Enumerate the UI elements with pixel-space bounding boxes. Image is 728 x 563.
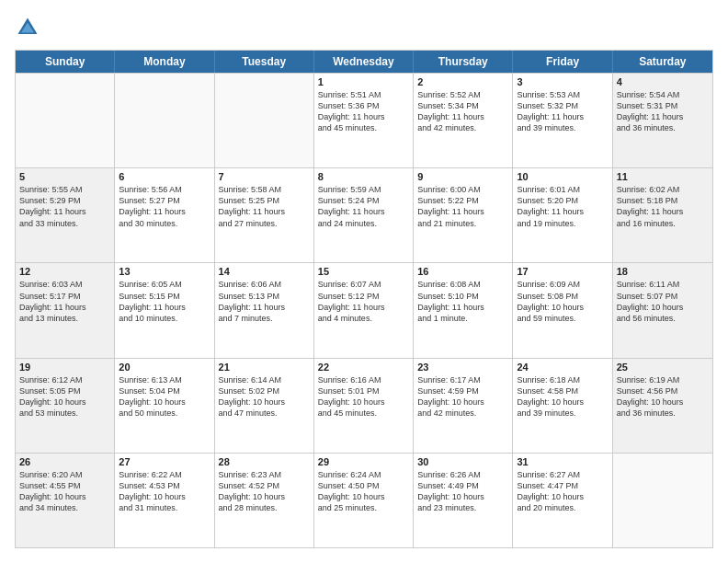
calendar-cell: 15Sunrise: 6:07 AM Sunset: 5:12 PM Dayli…	[314, 263, 414, 357]
calendar-cell: 2Sunrise: 5:52 AM Sunset: 5:34 PM Daylig…	[414, 74, 513, 167]
cell-info: Sunrise: 6:13 AM Sunset: 5:04 PM Dayligh…	[119, 374, 210, 419]
calendar-cell: 31Sunrise: 6:27 AM Sunset: 4:47 PM Dayli…	[513, 454, 612, 547]
calendar-cell: 19Sunrise: 6:12 AM Sunset: 5:05 PM Dayli…	[16, 359, 115, 453]
day-number: 9	[417, 171, 508, 182]
calendar-cell: 10Sunrise: 6:01 AM Sunset: 5:20 PM Dayli…	[513, 168, 612, 262]
calendar-cell: 24Sunrise: 6:18 AM Sunset: 4:58 PM Dayli…	[513, 359, 612, 453]
day-number: 28	[219, 456, 310, 467]
logo-icon	[15, 15, 40, 40]
cell-info: Sunrise: 6:01 AM Sunset: 5:20 PM Dayligh…	[517, 184, 608, 229]
calendar-cell: 8Sunrise: 5:59 AM Sunset: 5:24 PM Daylig…	[314, 168, 414, 262]
day-number: 26	[19, 456, 110, 467]
calendar-row: 19Sunrise: 6:12 AM Sunset: 5:05 PM Dayli…	[16, 358, 712, 453]
cell-info: Sunrise: 5:53 AM Sunset: 5:32 PM Dayligh…	[517, 89, 608, 134]
day-number: 29	[318, 456, 409, 467]
cell-info: Sunrise: 5:55 AM Sunset: 5:29 PM Dayligh…	[19, 184, 110, 229]
calendar-row: 1Sunrise: 5:51 AM Sunset: 5:36 PM Daylig…	[16, 73, 712, 167]
cell-info: Sunrise: 6:17 AM Sunset: 4:59 PM Dayligh…	[417, 374, 508, 419]
cell-info: Sunrise: 6:18 AM Sunset: 4:58 PM Dayligh…	[517, 374, 608, 419]
header-day-saturday: Saturday	[613, 51, 712, 73]
calendar-cell	[613, 454, 712, 547]
header-day-wednesday: Wednesday	[314, 51, 414, 73]
cell-info: Sunrise: 5:58 AM Sunset: 5:25 PM Dayligh…	[219, 184, 310, 229]
day-number: 19	[19, 362, 110, 373]
header-day-monday: Monday	[115, 51, 214, 73]
cell-info: Sunrise: 6:02 AM Sunset: 5:18 PM Dayligh…	[617, 184, 709, 229]
calendar-cell: 28Sunrise: 6:23 AM Sunset: 4:52 PM Dayli…	[215, 454, 314, 547]
calendar-header: SundayMondayTuesdayWednesdayThursdayFrid…	[16, 51, 712, 73]
cell-info: Sunrise: 6:14 AM Sunset: 5:02 PM Dayligh…	[219, 374, 310, 419]
cell-info: Sunrise: 6:24 AM Sunset: 4:50 PM Dayligh…	[318, 469, 409, 514]
cell-info: Sunrise: 6:11 AM Sunset: 5:07 PM Dayligh…	[617, 279, 709, 324]
calendar-cell: 17Sunrise: 6:09 AM Sunset: 5:08 PM Dayli…	[513, 263, 612, 357]
cell-info: Sunrise: 6:22 AM Sunset: 4:53 PM Dayligh…	[119, 469, 210, 514]
cell-info: Sunrise: 5:56 AM Sunset: 5:27 PM Dayligh…	[119, 184, 210, 229]
day-number: 15	[318, 266, 409, 277]
calendar-cell: 11Sunrise: 6:02 AM Sunset: 5:18 PM Dayli…	[613, 168, 712, 262]
calendar-cell: 21Sunrise: 6:14 AM Sunset: 5:02 PM Dayli…	[215, 359, 314, 453]
day-number: 3	[517, 76, 608, 87]
cell-info: Sunrise: 6:27 AM Sunset: 4:47 PM Dayligh…	[517, 469, 608, 514]
calendar-row: 26Sunrise: 6:20 AM Sunset: 4:55 PM Dayli…	[16, 453, 712, 547]
header-day-thursday: Thursday	[414, 51, 513, 73]
calendar-cell: 9Sunrise: 6:00 AM Sunset: 5:22 PM Daylig…	[414, 168, 513, 262]
cell-info: Sunrise: 6:23 AM Sunset: 4:52 PM Dayligh…	[219, 469, 310, 514]
header-day-sunday: Sunday	[16, 51, 115, 73]
calendar-cell: 4Sunrise: 5:54 AM Sunset: 5:31 PM Daylig…	[613, 74, 712, 167]
calendar: SundayMondayTuesdayWednesdayThursdayFrid…	[15, 50, 713, 548]
day-number: 13	[119, 266, 210, 277]
day-number: 5	[19, 171, 110, 182]
day-number: 21	[219, 362, 310, 373]
calendar-cell	[16, 74, 115, 167]
calendar-cell: 7Sunrise: 5:58 AM Sunset: 5:25 PM Daylig…	[215, 168, 314, 262]
calendar-cell: 14Sunrise: 6:06 AM Sunset: 5:13 PM Dayli…	[215, 263, 314, 357]
calendar-cell: 13Sunrise: 6:05 AM Sunset: 5:15 PM Dayli…	[115, 263, 214, 357]
header	[15, 15, 713, 40]
day-number: 30	[417, 456, 508, 467]
day-number: 7	[219, 171, 310, 182]
cell-info: Sunrise: 5:54 AM Sunset: 5:31 PM Dayligh…	[617, 89, 709, 134]
cell-info: Sunrise: 6:19 AM Sunset: 4:56 PM Dayligh…	[617, 374, 709, 419]
cell-info: Sunrise: 6:12 AM Sunset: 5:05 PM Dayligh…	[19, 374, 110, 419]
day-number: 22	[318, 362, 409, 373]
calendar-cell	[115, 74, 214, 167]
calendar-cell: 18Sunrise: 6:11 AM Sunset: 5:07 PM Dayli…	[613, 263, 712, 357]
page: SundayMondayTuesdayWednesdayThursdayFrid…	[0, 0, 728, 563]
cell-info: Sunrise: 6:05 AM Sunset: 5:15 PM Dayligh…	[119, 279, 210, 324]
cell-info: Sunrise: 6:09 AM Sunset: 5:08 PM Dayligh…	[517, 279, 608, 324]
day-number: 12	[19, 266, 110, 277]
calendar-cell: 6Sunrise: 5:56 AM Sunset: 5:27 PM Daylig…	[115, 168, 214, 262]
header-day-tuesday: Tuesday	[215, 51, 314, 73]
calendar-cell: 23Sunrise: 6:17 AM Sunset: 4:59 PM Dayli…	[414, 359, 513, 453]
calendar-cell: 16Sunrise: 6:08 AM Sunset: 5:10 PM Dayli…	[414, 263, 513, 357]
calendar-cell: 25Sunrise: 6:19 AM Sunset: 4:56 PM Dayli…	[613, 359, 712, 453]
day-number: 27	[119, 456, 210, 467]
calendar-cell	[215, 74, 314, 167]
day-number: 20	[119, 362, 210, 373]
day-number: 10	[517, 171, 608, 182]
cell-info: Sunrise: 6:26 AM Sunset: 4:49 PM Dayligh…	[417, 469, 508, 514]
calendar-cell: 12Sunrise: 6:03 AM Sunset: 5:17 PM Dayli…	[16, 263, 115, 357]
calendar-cell: 30Sunrise: 6:26 AM Sunset: 4:49 PM Dayli…	[414, 454, 513, 547]
calendar-row: 12Sunrise: 6:03 AM Sunset: 5:17 PM Dayli…	[16, 262, 712, 357]
day-number: 16	[417, 266, 508, 277]
cell-info: Sunrise: 6:08 AM Sunset: 5:10 PM Dayligh…	[417, 279, 508, 324]
cell-info: Sunrise: 5:51 AM Sunset: 5:36 PM Dayligh…	[318, 89, 409, 134]
cell-info: Sunrise: 6:20 AM Sunset: 4:55 PM Dayligh…	[19, 469, 110, 514]
cell-info: Sunrise: 6:00 AM Sunset: 5:22 PM Dayligh…	[417, 184, 508, 229]
day-number: 23	[417, 362, 508, 373]
cell-info: Sunrise: 5:59 AM Sunset: 5:24 PM Dayligh…	[318, 184, 409, 229]
cell-info: Sunrise: 6:06 AM Sunset: 5:13 PM Dayligh…	[219, 279, 310, 324]
calendar-cell: 22Sunrise: 6:16 AM Sunset: 5:01 PM Dayli…	[314, 359, 414, 453]
cell-info: Sunrise: 5:52 AM Sunset: 5:34 PM Dayligh…	[417, 89, 508, 134]
calendar-cell: 26Sunrise: 6:20 AM Sunset: 4:55 PM Dayli…	[16, 454, 115, 547]
day-number: 17	[517, 266, 608, 277]
calendar-cell: 1Sunrise: 5:51 AM Sunset: 5:36 PM Daylig…	[314, 74, 414, 167]
cell-info: Sunrise: 6:03 AM Sunset: 5:17 PM Dayligh…	[19, 279, 110, 324]
day-number: 18	[617, 266, 709, 277]
calendar-body: 1Sunrise: 5:51 AM Sunset: 5:36 PM Daylig…	[16, 73, 712, 547]
calendar-cell: 3Sunrise: 5:53 AM Sunset: 5:32 PM Daylig…	[513, 74, 612, 167]
cell-info: Sunrise: 6:07 AM Sunset: 5:12 PM Dayligh…	[318, 279, 409, 324]
calendar-row: 5Sunrise: 5:55 AM Sunset: 5:29 PM Daylig…	[16, 167, 712, 262]
day-number: 8	[318, 171, 409, 182]
